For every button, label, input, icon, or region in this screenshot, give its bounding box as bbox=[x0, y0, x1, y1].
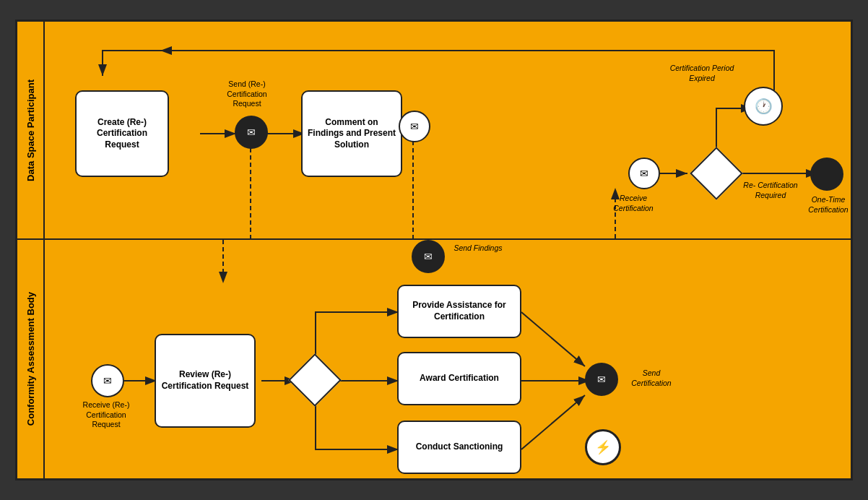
lane-top-label: Data Space Participant bbox=[25, 79, 36, 181]
provide-task: Provide Assistance for Certification bbox=[397, 285, 521, 338]
receive-req-label: Receive (Re-) Certification Request bbox=[74, 400, 139, 430]
svg-line-15 bbox=[521, 395, 585, 449]
receive-msg-event: ✉ bbox=[399, 111, 430, 142]
bpmn-diagram: Data Space Participant bbox=[15, 20, 853, 480]
recert-required-label: Re- Certification Required bbox=[738, 181, 803, 200]
lane-bottom-label-wrap: Conformity Assessment Body bbox=[17, 240, 45, 478]
receive-cert-event: ✉ bbox=[628, 158, 660, 189]
provide-label: Provide Assistance for Certification bbox=[403, 300, 516, 322]
send-findings-event: ✉ bbox=[412, 240, 445, 273]
review-gateway bbox=[288, 353, 342, 407]
bolt-event: ⚡ bbox=[585, 429, 621, 465]
bolt-icon: ⚡ bbox=[595, 439, 611, 455]
cert-gateway bbox=[690, 147, 743, 200]
send-cert-label: Send Certification bbox=[622, 368, 680, 388]
receive-req-event: ✉ bbox=[91, 364, 124, 397]
lane-bottom: Conformity Assessment Body bbox=[17, 240, 851, 478]
envelope-icon-receive: ✉ bbox=[410, 121, 419, 132]
receive-cert-label: Receive Certification bbox=[604, 194, 662, 213]
send-findings-label: Send Findings bbox=[449, 243, 507, 254]
envelope-icon-cert: ✉ bbox=[640, 168, 648, 179]
envelope-icon-send-cert: ✉ bbox=[597, 374, 606, 385]
send-cert-event: ✉ bbox=[585, 363, 618, 396]
lane-top-label-wrap: Data Space Participant bbox=[17, 22, 45, 238]
clock-icon: 🕐 bbox=[755, 98, 773, 115]
cert-expired-label: Certification Period Expired bbox=[666, 64, 738, 83]
svg-line-13 bbox=[521, 312, 585, 366]
create-cert-label: Create (Re-) Certification Request bbox=[81, 117, 163, 151]
comment-task: Comment on Findings and Present Solution bbox=[301, 90, 402, 177]
lane-bottom-label: Conformity Assessment Body bbox=[25, 292, 36, 426]
envelope-icon-send: ✉ bbox=[247, 126, 256, 138]
comment-label: Comment on Findings and Present Solution bbox=[307, 117, 396, 151]
lane-bottom-content: ✉ Receive (Re-) Certification Request Re… bbox=[45, 240, 851, 478]
conduct-task: Conduct Sanctioning bbox=[397, 421, 521, 474]
award-label: Award Certification bbox=[420, 373, 499, 384]
send-event-top: ✉ bbox=[235, 116, 268, 149]
onetime-cert-label: One-Time Certification bbox=[796, 195, 861, 215]
award-task: Award Certification bbox=[397, 352, 521, 405]
conduct-label: Conduct Sanctioning bbox=[416, 441, 503, 453]
send-cert-label: Send (Re-) Certification Request bbox=[214, 79, 279, 109]
timer-event: 🕐 bbox=[744, 87, 783, 126]
create-cert-task: Create (Re-) Certification Request bbox=[75, 90, 169, 177]
envelope-icon-findings: ✉ bbox=[424, 251, 433, 262]
review-cert-task: Review (Re-) Certification Request bbox=[155, 334, 256, 428]
envelope-icon-req: ✉ bbox=[103, 375, 112, 387]
lane-top: Data Space Participant bbox=[17, 22, 851, 240]
lane-top-content: Create (Re-) Certification Request ✉ Sen… bbox=[45, 22, 851, 238]
review-label: Review (Re-) Certification Request bbox=[160, 369, 250, 392]
end-event-onetime bbox=[810, 158, 843, 191]
